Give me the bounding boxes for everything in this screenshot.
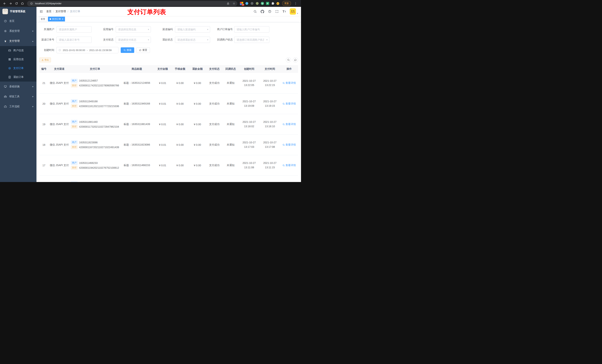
- avatar-image: [290, 8, 296, 15]
- tab-pay-order[interactable]: 支付订单 ×: [48, 17, 65, 21]
- merchant-badge: 商户: [71, 181, 77, 182]
- sidebar-item-dev-tools[interactable]: 研发工具 ▾: [0, 92, 36, 102]
- pay-badge: 支付: [71, 104, 77, 108]
- search-icon: [282, 164, 285, 166]
- field-app-no: 应用编号 ▾: [99, 26, 151, 32]
- bookmark-star-icon[interactable]: ☆: [232, 1, 236, 6]
- record-icon: [8, 67, 11, 70]
- url-text: localhost:1024/pay/order: [35, 2, 62, 5]
- sidebar-item-label: 研发工具: [9, 95, 20, 98]
- browser-reload-button[interactable]: [14, 1, 19, 6]
- view-detail-link[interactable]: 查看详情: [282, 81, 296, 85]
- sidebar-item-pay-order[interactable]: 支付订单: [0, 64, 36, 73]
- tab-home[interactable]: 首页: [39, 17, 47, 21]
- payment-submenu: 商户信息 应用信息 支付订单: [0, 46, 36, 82]
- export-button[interactable]: 导出: [39, 58, 51, 62]
- view-detail-link[interactable]: 查看详情: [282, 102, 296, 105]
- green-notes-extension-icon[interactable]: [266, 2, 269, 5]
- field-refund-status: 退款状态 ▾: [158, 37, 210, 43]
- breadcrumb-home[interactable]: 首页: [46, 10, 52, 13]
- sidebar-item-app-info[interactable]: 应用信息: [0, 55, 36, 64]
- view-detail-link[interactable]: 查看详情: [282, 123, 296, 126]
- main-area: 首页 / 支付管理 / 支付订单: [36, 7, 301, 182]
- notify-status-select[interactable]: [234, 37, 269, 43]
- browser-back-button[interactable]: [2, 1, 7, 6]
- sidebar-item-refund-order[interactable]: 退款订单: [0, 73, 36, 82]
- profile-avatar-icon[interactable]: [276, 2, 280, 5]
- merchant-input[interactable]: [56, 26, 92, 32]
- view-detail-link[interactable]: 查看详情: [282, 143, 296, 146]
- merchant-order-no-input[interactable]: [234, 26, 269, 32]
- browser-update-button[interactable]: 更新: [282, 1, 291, 6]
- app-no-select[interactable]: [116, 26, 151, 32]
- github-icon[interactable]: [261, 10, 264, 13]
- gear-icon: [4, 30, 7, 32]
- app-title: 芋道管理系统: [10, 10, 25, 13]
- refund-status-select[interactable]: [175, 37, 210, 43]
- search-icon: [282, 82, 285, 84]
- search-icon: [287, 59, 290, 61]
- sidebar-item-workflow[interactable]: 工作流程 ▾: [0, 102, 36, 112]
- field-label: 创建时间: [39, 48, 56, 52]
- pay-status-select[interactable]: [116, 37, 151, 43]
- help-icon[interactable]: [268, 10, 271, 13]
- sidebar-logo[interactable]: 芋道管理系统: [0, 7, 36, 16]
- extensions-puzzle-icon[interactable]: [271, 2, 274, 5]
- view-detail-link[interactable]: 查看详情: [282, 164, 296, 167]
- sidebar-item-home[interactable]: 首页: [0, 16, 36, 26]
- clock-icon: [58, 49, 61, 52]
- font-size-icon[interactable]: TT: [282, 10, 286, 13]
- sidebar-toggle-icon[interactable]: [39, 10, 43, 13]
- merchant-badge: 商户: [71, 120, 77, 124]
- channel-code-select[interactable]: [175, 26, 210, 32]
- col-header-title: 商品标题: [120, 65, 154, 73]
- sidebar-item-system[interactable]: 系统管理 ▾: [0, 26, 36, 36]
- blue-drop-extension-icon[interactable]: [245, 2, 248, 5]
- yen-icon: ¥: [4, 40, 7, 42]
- pay-badge: 支付: [71, 166, 77, 170]
- extension-cluster: 10 更新 ⋮: [239, 1, 299, 6]
- sidebar-item-infra[interactable]: 基础设施 ▾: [0, 82, 36, 92]
- user-avatar[interactable]: ▾: [290, 8, 298, 15]
- field-label: 渠道订单号: [39, 38, 56, 42]
- breadcrumb-separator: /: [53, 10, 54, 13]
- search-button[interactable]: 搜索: [121, 47, 134, 53]
- avatar-dropdown-caret-icon[interactable]: ▾: [297, 12, 298, 15]
- browser-forward-button[interactable]: [8, 1, 13, 6]
- merchant-badge: 商户: [71, 79, 77, 83]
- share-icon[interactable]: [226, 1, 230, 6]
- table-row: 18 微信 JSAPI 支付 商户1635311823086 支付4200001…: [39, 135, 298, 155]
- table-toolbar: 导出: [39, 57, 298, 62]
- breadcrumb-pay-management[interactable]: 支付管理: [55, 10, 66, 13]
- tags-view: 首页 支付订单 ×: [36, 16, 301, 22]
- browser-home-button[interactable]: [20, 1, 25, 6]
- site-info-icon[interactable]: [29, 1, 34, 6]
- search-icon: [282, 144, 285, 146]
- olive-circle-extension-icon[interactable]: [256, 2, 259, 5]
- search-icon: [282, 123, 285, 125]
- create-time-range-picker[interactable]: 2021-10-01 00:00:00 - 2021-10-31 23:59:5…: [56, 47, 118, 53]
- toggle-search-button[interactable]: [286, 57, 291, 62]
- channel-order-no-input[interactable]: [56, 37, 92, 43]
- search-icon[interactable]: [253, 10, 257, 13]
- address-bar[interactable]: localhost:1024/pay/order ☆: [27, 1, 237, 6]
- colorful-extension-icon[interactable]: 10: [240, 2, 243, 5]
- field-channel-order-no: 渠道订单号: [39, 37, 92, 43]
- sidebar-item-payment[interactable]: ¥ 支付管理 ▴: [0, 36, 36, 46]
- vue-devtools-icon[interactable]: [261, 2, 264, 5]
- grey-circle-extension-icon[interactable]: [250, 2, 254, 5]
- filter-row-3: 创建时间 2021-10-01 00:00:00 - 2021-10-31 23…: [39, 47, 298, 53]
- browser-menu-icon[interactable]: ⋮: [293, 1, 298, 6]
- fullscreen-icon[interactable]: [275, 10, 279, 13]
- filter-row-1: 所属商户 应用编号 ▾ 渠道编码 ▾ 商户订单编号: [39, 26, 298, 32]
- sidebar-item-merchant-info[interactable]: 商户信息: [0, 46, 36, 55]
- sidebar-item-label: 基础设施: [9, 85, 20, 88]
- field-label: 回调商户状态: [217, 38, 234, 42]
- logo-image: [2, 9, 8, 14]
- close-icon[interactable]: ×: [62, 18, 63, 20]
- credit-card-icon: [8, 49, 11, 52]
- table-row: 19 微信 JSAPI 支付 商户1635311881440 支付4200001…: [39, 114, 298, 135]
- reset-button[interactable]: 重置: [136, 47, 150, 53]
- sidebar: 芋道管理系统 首页 系统管理 ▾ ¥ 支付管理 ▴: [0, 7, 36, 182]
- refresh-table-button[interactable]: [293, 57, 298, 62]
